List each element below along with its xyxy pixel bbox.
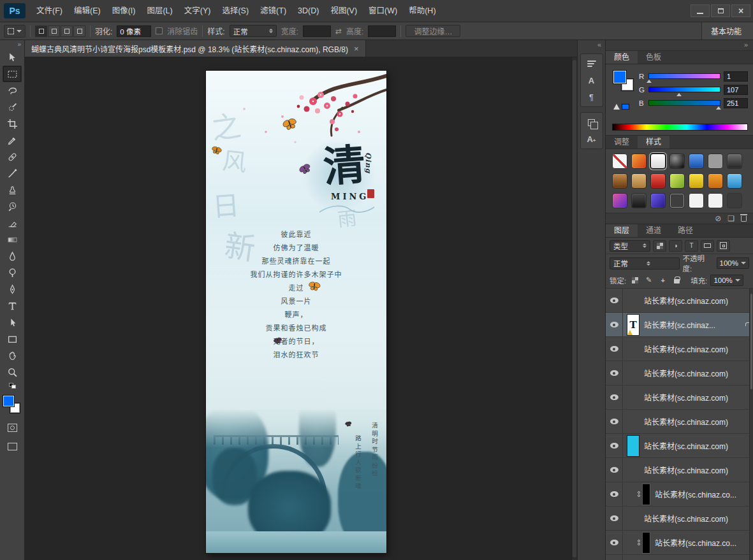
move-tool[interactable] [3, 49, 22, 66]
filter-type-layers-icon[interactable]: T [685, 240, 698, 252]
lock-pixels-icon[interactable]: ✎ [643, 275, 654, 285]
fill-value[interactable]: 100% [710, 275, 743, 286]
layer-visibility-toggle[interactable] [606, 555, 623, 560]
tab-layers[interactable]: 图层 [606, 224, 638, 237]
swap-dimensions-icon[interactable]: ⇄ [335, 27, 342, 36]
channel-r-slider[interactable] [648, 73, 720, 79]
tab-color[interactable]: 颜色 [606, 51, 638, 64]
channel-b-slider[interactable] [648, 100, 720, 106]
layer-row[interactable]: 站长素材(sc.chinaz.com) [606, 289, 753, 313]
brush-panel-button[interactable] [581, 55, 603, 72]
panel-foreground-swatch[interactable] [613, 71, 626, 83]
blur-tool[interactable] [3, 248, 22, 264]
layer-thumbnail[interactable] [627, 411, 640, 433]
layer-row[interactable]: 站长素材(sc.chinaz.com) [606, 555, 753, 560]
canvas-vertical-scrollbar[interactable] [571, 57, 577, 560]
layer-filter-type-select[interactable]: 类型 [610, 240, 650, 252]
filter-adjustment-layers-icon[interactable]: ◑ [669, 240, 682, 252]
style-swatch-normal[interactable] [689, 154, 704, 169]
height-input[interactable] [368, 25, 396, 37]
style-swatch-normal[interactable] [669, 173, 685, 189]
layer-visibility-toggle[interactable] [606, 482, 623, 506]
lock-transparency-icon[interactable] [629, 275, 640, 285]
style-swatch-normal[interactable] [689, 193, 704, 208]
menu-3d[interactable]: 3D(D) [292, 0, 325, 22]
style-swatch-normal[interactable] [708, 193, 723, 208]
layer-visibility-toggle[interactable] [606, 410, 623, 433]
screen-mode-button[interactable] [3, 439, 22, 454]
menu-file[interactable]: 文件(F) [31, 0, 68, 22]
lock-all-icon[interactable] [671, 275, 682, 285]
layer-thumbnail[interactable] [627, 459, 640, 481]
menu-layer[interactable]: 图层(L) [141, 0, 178, 22]
layer-thumbnail[interactable] [627, 484, 650, 505]
layer-thumbnail[interactable] [627, 363, 640, 384]
lasso-tool[interactable] [3, 82, 22, 99]
style-swatch-normal[interactable] [708, 173, 723, 189]
style-swatch-normal[interactable] [727, 154, 742, 169]
restore-button[interactable] [711, 4, 730, 17]
new-selection-button[interactable] [35, 25, 47, 37]
layer-thumbnail[interactable] [627, 338, 640, 360]
slider-handle-icon[interactable] [716, 104, 721, 110]
style-swatch-normal[interactable] [612, 173, 627, 189]
layer-thumbnail[interactable] [627, 532, 650, 554]
collapse-dock-icon[interactable]: » [606, 40, 753, 51]
new-style-icon[interactable]: ❏ [727, 214, 735, 223]
history-brush-tool[interactable] [3, 198, 22, 215]
layer-row[interactable]: 站长素材(sc.chinaz.co... [606, 482, 753, 506]
gamut-warning[interactable] [613, 104, 629, 110]
style-swatch-normal[interactable] [669, 154, 685, 169]
rectangle-tool[interactable] [3, 331, 22, 347]
channel-g-value[interactable]: 107 [724, 85, 748, 95]
layer-visibility-toggle[interactable] [606, 531, 623, 554]
feather-input[interactable] [117, 25, 151, 37]
style-swatch-normal[interactable] [650, 173, 666, 189]
opacity-value[interactable]: 100% [717, 257, 749, 269]
clone-stamp-tool[interactable] [3, 182, 22, 198]
tab-channels[interactable]: 通道 [638, 224, 669, 237]
gradient-tool[interactable] [3, 231, 22, 248]
style-swatch-normal[interactable] [708, 154, 723, 169]
style-swatch-normal[interactable] [727, 173, 742, 189]
eyedropper-tool[interactable] [3, 132, 22, 148]
layer-row[interactable]: 站长素材(sc.chinaz.com) [606, 434, 753, 458]
tab-paths[interactable]: 路径 [669, 224, 701, 237]
style-swatch-normal[interactable] [612, 193, 627, 208]
channel-g-slider[interactable] [648, 87, 720, 92]
paragraph-panel-button[interactable]: ¶ [581, 89, 603, 105]
workspace-switcher[interactable]: 基本功能 [701, 22, 753, 39]
blend-mode-select[interactable]: 正常 [610, 257, 680, 269]
hand-tool[interactable] [3, 347, 22, 364]
lock-position-icon[interactable]: + [657, 275, 668, 285]
style-swatch-normal[interactable] [631, 173, 647, 189]
layer-thumbnail[interactable] [627, 508, 640, 529]
minimize-button[interactable] [691, 4, 710, 17]
layer-row[interactable]: 站长素材(sc.chinaz.com) [606, 385, 753, 410]
layer-row[interactable]: 站长素材(sc.chinaz.com) [606, 506, 753, 531]
menu-filter[interactable]: 滤镜(T) [254, 0, 292, 22]
style-select[interactable]: 正常 [230, 25, 277, 37]
style-swatch-outline[interactable] [669, 193, 685, 208]
quick-mask-button[interactable] [3, 420, 22, 435]
close-button[interactable]: × [731, 4, 750, 17]
dodge-tool[interactable] [3, 264, 22, 281]
layer-row[interactable]: 站长素材(sc.chinaz.com) [606, 361, 753, 385]
layer-thumbnail[interactable] [627, 387, 640, 408]
menu-window[interactable]: 窗口(W) [363, 0, 403, 22]
menu-edit[interactable]: 编辑(E) [68, 0, 106, 22]
path-selection-tool[interactable] [3, 314, 22, 331]
add-to-selection-button[interactable] [48, 25, 60, 37]
layer-visibility-toggle[interactable] [606, 313, 623, 336]
menu-view[interactable]: 视图(V) [325, 0, 363, 22]
style-swatch-normal[interactable] [689, 173, 704, 189]
intersect-selection-button[interactable] [73, 25, 85, 37]
channel-r-value[interactable]: 1 [724, 71, 748, 82]
document-tab[interactable]: 蝴蝶古典风清明节小诗宣传海报psd模板素材.psd @ 18.3% (站长素材(… [25, 40, 366, 57]
channel-b-value[interactable]: 251 [724, 98, 748, 108]
subtract-from-selection-button[interactable] [61, 25, 73, 37]
color-spectrum-ramp[interactable] [612, 124, 748, 131]
canvas-area[interactable]: 之风日新雨 [25, 57, 577, 560]
layer-visibility-toggle[interactable] [606, 289, 623, 312]
layer-thumbnail[interactable]: T [627, 314, 640, 336]
